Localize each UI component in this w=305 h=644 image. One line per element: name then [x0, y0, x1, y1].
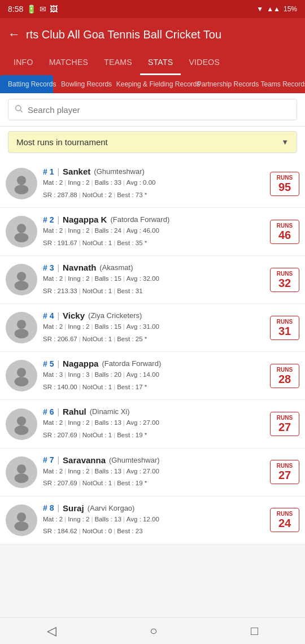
person-icon [11, 365, 32, 386]
player-name-row: # 2 | Nagappa K (Fatorda Forward) [43, 215, 264, 224]
search-input-wrap [8, 99, 297, 120]
player-avatar [6, 408, 37, 440]
player-item[interactable]: # 7 | Saravanna (Ghumteshwar) Mat : 2|In… [0, 449, 305, 497]
svg-point-9 [15, 329, 29, 338]
person-icon [11, 510, 32, 531]
player-stats-row2: SR : 140.00|NotOut : 1|Best : 17 * [43, 382, 264, 393]
recents-nav-button[interactable]: □ [251, 624, 258, 638]
home-nav-button[interactable]: ○ [150, 624, 157, 638]
runs-value: 31 [274, 325, 295, 337]
player-rank: # 7 [43, 455, 54, 464]
player-item[interactable]: # 8 | Suraj (Aarvi Korgao) Mat : 2|Inng … [0, 497, 305, 545]
runs-value: 27 [274, 469, 295, 481]
svg-point-15 [15, 473, 29, 483]
player-stats-row2: SR : 287.88|NotOut : 2|Best : 73 * [43, 190, 264, 201]
tab-videos[interactable]: Videos [181, 51, 228, 75]
player-stats-row2: SR : 184.62|NotOut : 0|Best : 23 [43, 526, 264, 537]
back-nav-button[interactable]: ◁ [47, 624, 56, 638]
player-avatar [6, 504, 37, 536]
player-name-row: # 4 | Vicky (Ziya Cricketers) [43, 311, 264, 320]
player-rank: # 8 [43, 503, 54, 512]
runs-box: Runs 28 [270, 364, 299, 388]
signal-icon: ▲▲ [267, 5, 280, 13]
player-team: (Ghumteshwar) [109, 456, 160, 464]
player-item[interactable]: # 2 | Nagappa K (Fatorda Forward) Mat : … [0, 208, 305, 256]
player-name: Sanket [63, 167, 90, 176]
svg-point-16 [17, 512, 26, 521]
player-name: Suraj [63, 503, 84, 513]
subtab-bowling[interactable]: Bowling Records [53, 75, 108, 93]
player-list: # 1 | Sanket (Ghumteshwar) Mat : 2|Inng … [0, 160, 305, 545]
runs-label: Runs [274, 511, 295, 517]
player-stats-row1: Mat : 2|Inng : 2|Balls : 13|Avg : 12.00 [43, 514, 264, 525]
player-team: (Fatorda Forward) [110, 215, 169, 224]
player-stats-row2: SR : 207.69|NotOut : 1|Best : 19 * [43, 430, 264, 441]
player-team: (Aarvi Korgao) [88, 504, 135, 512]
tab-stats[interactable]: Stats [140, 51, 181, 75]
svg-point-14 [17, 464, 26, 473]
svg-point-7 [15, 281, 29, 290]
player-team: (Dinamic Xi) [90, 407, 130, 416]
runs-value: 27 [274, 421, 295, 433]
player-item[interactable]: # 5 | Nagappa (Fatorda Forward) Mat : 3|… [0, 352, 305, 400]
player-name-row: # 7 | Saravanna (Ghumteshwar) [43, 455, 264, 465]
runs-label: Runs [274, 367, 295, 373]
player-stats-row1: Mat : 3|Inng : 3|Balls : 20|Avg : 14.00 [43, 369, 264, 381]
person-icon [11, 414, 32, 435]
search-icon [14, 104, 23, 115]
runs-label: Runs [274, 223, 295, 229]
chevron-down-icon: ▼ [281, 138, 289, 146]
runs-label: Runs [274, 415, 295, 421]
svg-point-10 [17, 368, 26, 377]
player-item[interactable]: # 6 | Rahul (Dinamic Xi) Mat : 2|Inng : … [0, 400, 305, 448]
svg-point-17 [15, 521, 29, 531]
sub-tabs: Batting Records Bowling Records Keeping … [0, 75, 305, 93]
player-team: (Akasmat) [99, 263, 133, 272]
svg-point-13 [15, 425, 29, 434]
player-name: Saravanna [63, 455, 106, 465]
status-right: ▼ ▲▲ 15% [256, 5, 297, 13]
back-button[interactable]: ← [8, 27, 20, 42]
player-info: # 6 | Rahul (Dinamic Xi) Mat : 2|Inng : … [43, 407, 264, 441]
nav-tabs: Info Matches Teams Stats Videos [0, 51, 305, 75]
player-stats-row1: Mat : 2|Inng : 2|Balls : 15|Avg : 31.00 [43, 321, 264, 333]
subtab-partnership[interactable]: Partnership Records [189, 75, 253, 93]
player-team: (Ghumteshwar) [94, 167, 145, 176]
image-icon: 🖼 [50, 5, 58, 14]
wifi-icon: ▼ [256, 5, 263, 13]
runs-label: Runs [274, 271, 295, 277]
player-item[interactable]: # 1 | Sanket (Ghumteshwar) Mat : 2|Inng … [0, 160, 305, 208]
runs-value: 46 [274, 229, 295, 241]
player-name-row: # 8 | Suraj (Aarvi Korgao) [43, 503, 264, 513]
person-icon [11, 221, 32, 242]
runs-box: Runs 32 [270, 268, 299, 292]
player-name: Vicky [63, 311, 85, 320]
status-left: 8:58 🔋 ✉ 🖼 [8, 5, 58, 14]
runs-box: Runs 31 [270, 316, 299, 340]
svg-point-8 [17, 320, 26, 329]
runs-label: Runs [274, 319, 295, 325]
svg-point-6 [17, 272, 26, 281]
tab-teams[interactable]: Teams [96, 51, 140, 75]
svg-point-2 [17, 176, 26, 185]
subtab-teams[interactable]: Teams Records [252, 75, 305, 93]
filter-dropdown[interactable]: Most runs in tournament ▼ [8, 131, 297, 153]
person-icon [11, 269, 32, 290]
player-team: (Ziya Cricketers) [88, 311, 142, 320]
player-stats-row2: SR : 206.67|NotOut : 1|Best : 25 * [43, 334, 264, 345]
player-item[interactable]: # 4 | Vicky (Ziya Cricketers) Mat : 2|In… [0, 304, 305, 352]
battery-percent: 15% [284, 5, 297, 13]
runs-value: 28 [274, 373, 295, 385]
tab-matches[interactable]: Matches [41, 51, 97, 75]
tab-info[interactable]: Info [6, 51, 41, 75]
player-name-row: # 6 | Rahul (Dinamic Xi) [43, 407, 264, 416]
subtab-keeping[interactable]: Keeping & Fielding Records [108, 75, 189, 93]
subtab-batting[interactable]: Batting Records [0, 75, 53, 93]
player-stats-row1: Mat : 2|Inng : 2|Balls : 24|Avg : 46.00 [43, 225, 264, 237]
player-rank: # 5 [43, 359, 54, 368]
player-stats-row1: Mat : 2|Inng : 2|Balls : 33|Avg : 0.00 [43, 177, 264, 189]
player-item[interactable]: # 3 | Navnath (Akasmat) Mat : 2|Inng : 2… [0, 256, 305, 304]
player-info: # 8 | Suraj (Aarvi Korgao) Mat : 2|Inng … [43, 503, 264, 537]
search-input[interactable] [28, 105, 291, 115]
svg-point-3 [15, 185, 29, 194]
